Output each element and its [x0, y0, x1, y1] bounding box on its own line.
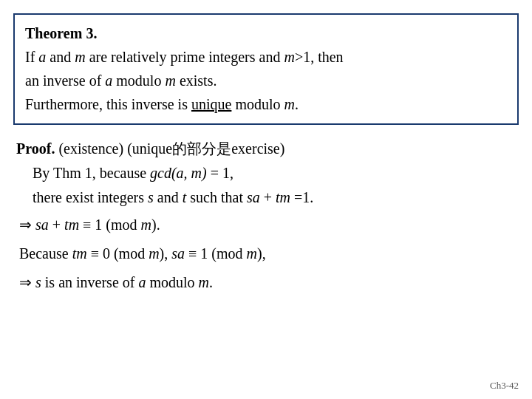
proof-gcd: gcd(a, m) [150, 165, 207, 181]
proof-because-equiv0: ≡ 0 (mod [87, 245, 149, 262]
proof-arrow2-suffix: modulo [146, 274, 198, 290]
proof-exist-prefix: there exist integers [33, 189, 148, 205]
theorem-line2-suffix: exists. [176, 72, 217, 89]
theorem-line3-end: . [295, 96, 299, 112]
proof-exist-mid: and [154, 189, 183, 205]
theorem-line1-d: >1, then [295, 49, 344, 65]
proof-arrow2-a: a [138, 274, 146, 290]
proof-var-s: s [148, 189, 154, 205]
theorem-line2-mid: modulo [112, 72, 165, 89]
proof-var-tm: tm [276, 189, 290, 205]
theorem-var-a2: a [105, 72, 112, 89]
proof-arrow2-mid: is an inverse of [41, 274, 139, 290]
proof-thm1-line: By Thm 1, because gcd(a, m) = 1, [16, 161, 519, 185]
proof-arrow2-m: m [199, 274, 209, 290]
page: Theorem 3. If a and m are relatively pri… [0, 0, 532, 399]
theorem-unique: unique [191, 96, 231, 112]
proof-arrow1-plus: + [49, 216, 64, 233]
proof-header: Proof. (existence) (unique的部分是exercise) [16, 137, 519, 161]
theorem-line3-prefix: Furthermore, this inverse is [25, 96, 191, 112]
proof-thm1-prefix: By Thm 1, because [33, 165, 150, 181]
proof-arrow2-end: . [209, 274, 213, 290]
proof-eq1: =1. [290, 189, 313, 205]
proof-arrow1-equiv: ≡ 1 (mod [79, 216, 141, 233]
proof-var-sa: sa [247, 189, 260, 205]
theorem-var-a: a [38, 49, 46, 65]
proof-plus1: + [260, 189, 276, 205]
theorem-title: Theorem 3. [25, 25, 97, 41]
proof-because-m2: m [247, 245, 257, 262]
theorem-var-m: m [75, 49, 85, 65]
proof-because-tm: tm [72, 245, 87, 262]
proof-because-sa: sa [171, 245, 185, 262]
proof-arrow2-s: s [35, 274, 41, 290]
proof-because-prefix: Because [19, 245, 72, 262]
proof-arrow2-line: ⇒ s is an inverse of a modulo m. [16, 270, 519, 295]
proof-exist-line: there exist integers s and t such that s… [16, 185, 519, 210]
proof-arrow1-sa: sa [35, 216, 49, 233]
theorem-line3-suffix: modulo [231, 96, 284, 112]
proof-arrow1-prefix: ⇒ [19, 216, 32, 233]
page-label: Ch3-42 [490, 380, 519, 392]
proof-because-m1: m [149, 245, 159, 262]
theorem-title-line: Theorem 3. [25, 22, 507, 45]
proof-because-end: ), [257, 245, 266, 262]
proof-arrow1-end: ). [151, 216, 160, 233]
theorem-body: If a and m are relatively prime integers… [25, 45, 507, 116]
proof-because-comma: ), [160, 245, 172, 262]
theorem-line1-c: are relatively prime integers and [86, 49, 284, 65]
proof-section: Proof. (existence) (unique的部分是exercise) … [13, 134, 519, 295]
theorem-var-m4: m [284, 96, 295, 112]
theorem-var-m3: m [165, 72, 175, 89]
proof-arrow2-prefix: ⇒ [19, 274, 32, 290]
proof-title: Proof. [16, 140, 55, 157]
theorem-box: Theorem 3. If a and m are relatively pri… [13, 13, 519, 125]
proof-arrow1-tm: tm [64, 216, 79, 233]
proof-subtitle: (existence) (unique的部分是exercise) [55, 140, 284, 157]
proof-arrow1-line: ⇒ sa + tm ≡ 1 (mod m). [16, 213, 519, 237]
proof-exist-suffix: such that [186, 189, 247, 205]
proof-because-equiv1: ≡ 1 (mod [185, 245, 247, 262]
proof-because-line: Because tm ≡ 0 (mod m), sa ≡ 1 (mod m), [16, 242, 519, 266]
proof-arrow1-m: m [141, 216, 151, 233]
theorem-line1-and: and [46, 49, 75, 65]
theorem-var-m2: m [284, 49, 294, 65]
theorem-line1-prefix: If [25, 49, 38, 65]
theorem-line2-prefix: an inverse of [25, 72, 105, 89]
proof-thm1-suffix: = 1, [207, 165, 233, 181]
